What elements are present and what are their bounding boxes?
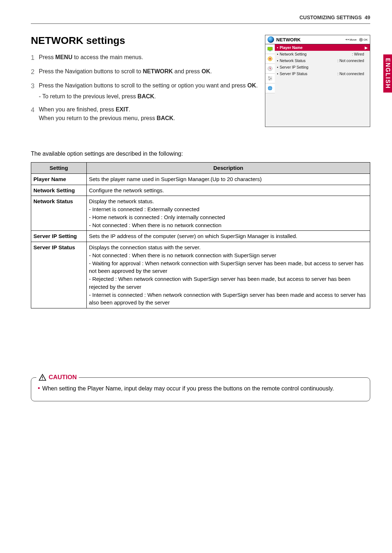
- caution-icon: [38, 373, 46, 381]
- step-text: Press MENU to access the main menus.: [39, 53, 258, 63]
- step: 4When you are finished, press EXIT.When …: [31, 105, 258, 123]
- th-description: Description: [87, 163, 370, 174]
- setting-description: Displays the connection status with the …: [87, 242, 370, 308]
- move-icon: [346, 38, 349, 41]
- svg-rect-7: [268, 78, 272, 79]
- osd-item-label: Network Setting: [280, 52, 307, 56]
- setting-description: Display the network status.- Internet is…: [87, 196, 370, 231]
- step-text: Press the Navigation buttons to scroll t…: [39, 81, 258, 101]
- svg-point-10: [270, 78, 271, 79]
- svg-point-14: [42, 379, 43, 380]
- caution-box: CAUTION • When setting the Player Name, …: [31, 377, 370, 401]
- table-row: Server IP StatusDisplays the connection …: [31, 242, 370, 308]
- disc-icon[interactable]: [265, 54, 275, 64]
- svg-point-9: [269, 77, 270, 78]
- setting-name: Server IP Setting: [31, 231, 87, 242]
- svg-point-4: [270, 58, 270, 59]
- page-title: NETWORK settings: [31, 35, 258, 46]
- page-number: 49: [364, 15, 370, 20]
- move-hint: Move: [346, 38, 357, 41]
- sliders-icon[interactable]: [265, 74, 275, 83]
- bullet-icon: •: [38, 384, 40, 393]
- setting-description: Sets the player name used in SuperSign M…: [87, 173, 370, 185]
- step: 3Press the Navigation buttons to scroll …: [31, 81, 258, 101]
- step-text: Press the Navigation buttons to scroll t…: [39, 67, 258, 77]
- language-tab: ENGLISH: [383, 54, 392, 93]
- screen-icon[interactable]: [265, 44, 275, 54]
- svg-point-11: [269, 79, 270, 80]
- setting-name: Server IP Status: [31, 242, 87, 308]
- caution-text: When setting the Player Name, input dela…: [42, 384, 334, 393]
- setting-name: Player Name: [31, 173, 87, 185]
- settings-table: Setting Description Player NameSets the …: [31, 162, 370, 308]
- th-setting: Setting: [31, 163, 87, 174]
- osd-panel: NETWORK Move OK •Player Name ▶ •Network …: [265, 35, 370, 127]
- osd-selected-label: Player Name: [280, 45, 303, 50]
- svg-rect-1: [269, 51, 271, 52]
- osd-item[interactable]: •Network Status: Not connected: [275, 57, 370, 64]
- osd-item-value: : Not connected: [337, 71, 364, 76]
- chevron-right-icon: ▶: [365, 46, 368, 50]
- ok-icon: [359, 38, 363, 41]
- section-label: CUSTOMIZING SETTINGS: [299, 15, 362, 20]
- table-row: Network SettingConfigure the network set…: [31, 185, 370, 196]
- setting-name: Network Status: [31, 196, 87, 231]
- setting-name: Network Setting: [31, 185, 87, 196]
- step: 2Press the Navigation buttons to scroll …: [31, 67, 258, 77]
- clock-icon[interactable]: [265, 64, 275, 74]
- osd-item-selected[interactable]: •Player Name ▶: [275, 44, 370, 51]
- header-rule: [31, 23, 370, 24]
- osd-item[interactable]: •Network Setting: Wired: [275, 51, 370, 57]
- osd-item[interactable]: •Server IP Status: Not connected: [275, 70, 370, 77]
- caution-label: CAUTION: [49, 374, 77, 381]
- step: 1Press MENU to access the main menus.: [31, 53, 258, 63]
- step-number: 2: [31, 67, 39, 77]
- step-number: 4: [31, 105, 39, 123]
- step-number: 1: [31, 53, 39, 63]
- osd-title: NETWORK: [276, 37, 301, 42]
- osd-item-value: : Wired: [352, 52, 364, 56]
- osd-item-value: : Not connected: [337, 58, 364, 63]
- page-header: CUSTOMIZING SETTINGS 49: [31, 15, 370, 20]
- globe-icon: [268, 36, 274, 43]
- setting-description: Configure the network settings.: [87, 185, 370, 196]
- table-row: Server IP SettingSets the IP address of …: [31, 231, 370, 242]
- osd-item[interactable]: •Server IP Setting: [275, 64, 370, 70]
- setting-description: Sets the IP address of the computer (ser…: [87, 231, 370, 242]
- table-intro: The available option settings are descri…: [31, 151, 370, 157]
- osd-item-label: Server IP Status: [280, 71, 307, 76]
- osd-item-label: Network Status: [280, 58, 306, 63]
- step-number: 3: [31, 81, 39, 101]
- step-text: When you are finished, press EXIT.When y…: [39, 105, 258, 123]
- table-row: Player NameSets the player name used in …: [31, 173, 370, 185]
- globe-icon[interactable]: [265, 83, 275, 93]
- table-row: Network StatusDisplay the network status…: [31, 196, 370, 231]
- ok-hint: OK: [359, 38, 368, 41]
- osd-item-label: Server IP Setting: [280, 65, 309, 69]
- svg-rect-0: [268, 47, 273, 50]
